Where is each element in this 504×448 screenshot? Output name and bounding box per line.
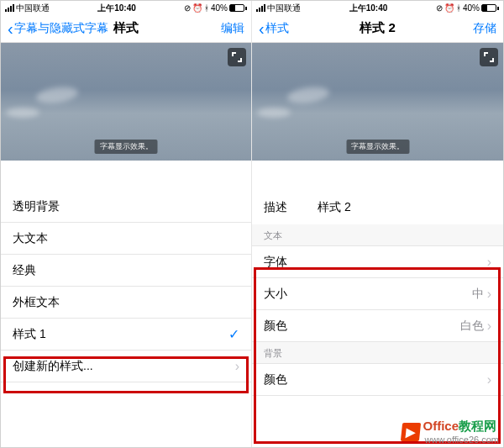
signal-icon bbox=[5, 4, 14, 12]
battery-pct: 40% bbox=[211, 3, 228, 13]
caption-sample-text: 字幕显示效果。 bbox=[346, 140, 409, 154]
nav-title: 样式 bbox=[113, 20, 139, 36]
row-label: 颜色 bbox=[264, 319, 287, 334]
back-button[interactable]: ‹ 样式 bbox=[259, 20, 289, 37]
create-new-style[interactable]: 创建新的样式... › bbox=[1, 350, 251, 382]
back-label: 字幕与隐藏式字幕 bbox=[14, 21, 108, 36]
section-header-text: 文本 bbox=[252, 224, 503, 246]
describe-value[interactable]: 样式 2 bbox=[318, 200, 351, 215]
caption-preview: 字幕显示效果。 bbox=[252, 43, 503, 161]
caption-sample-text: 字幕显示效果。 bbox=[95, 140, 158, 154]
status-time: 上午10:40 bbox=[97, 3, 136, 14]
style-option[interactable]: 外框文本 bbox=[1, 287, 251, 319]
font-row[interactable]: 字体 › bbox=[252, 246, 503, 278]
edit-button[interactable]: 编辑 bbox=[221, 21, 244, 36]
left-screen: 中国联通 上午10:40 ⊘ ⏰ ᚼ 40% ‹ 字幕与隐藏式字幕 样式 编辑 bbox=[1, 1, 252, 447]
row-value: 白色 bbox=[460, 319, 484, 334]
style-label: 大文本 bbox=[13, 231, 48, 246]
chevron-left-icon: ‹ bbox=[8, 20, 13, 37]
style-option[interactable]: 样式 1 ✓ bbox=[1, 319, 251, 350]
style-label: 经典 bbox=[13, 263, 36, 278]
rotation-lock-icon: ⊘ bbox=[436, 3, 443, 13]
back-label: 样式 bbox=[265, 21, 289, 36]
style-label: 透明背景 bbox=[13, 199, 60, 214]
create-new-label: 创建新的样式... bbox=[13, 359, 93, 374]
describe-row[interactable]: 描述 样式 2 bbox=[252, 191, 503, 224]
carrier-label: 中国联通 bbox=[267, 3, 301, 14]
battery-icon bbox=[481, 4, 499, 12]
describe-label: 描述 bbox=[264, 200, 287, 215]
rotation-lock-icon: ⊘ bbox=[184, 3, 191, 13]
section-header-bg: 背景 bbox=[252, 342, 503, 364]
chevron-right-icon: › bbox=[487, 255, 491, 270]
expand-icon bbox=[232, 52, 242, 62]
right-screen: 中国联通 上午10:40 ⊘ ⏰ ᚼ 40% ‹ 样式 样式 2 存储 bbox=[252, 1, 503, 447]
expand-icon bbox=[484, 52, 494, 62]
chevron-right-icon: › bbox=[487, 372, 491, 387]
watermark-brand1: Office bbox=[423, 419, 459, 433]
expand-button[interactable] bbox=[480, 48, 498, 66]
chevron-left-icon: ‹ bbox=[259, 20, 265, 37]
battery-icon bbox=[229, 4, 247, 12]
alarm-icon: ⏰ bbox=[444, 3, 454, 13]
nav-bar: ‹ 字幕与隐藏式字幕 样式 编辑 bbox=[1, 14, 251, 43]
style-list: 透明背景 大文本 经典 外框文本 样式 1 ✓ 创建新的样式... › bbox=[1, 191, 251, 447]
carrier-label: 中国联通 bbox=[16, 3, 50, 14]
style-label: 样式 1 bbox=[13, 327, 46, 342]
office-logo-icon: ▶ bbox=[400, 423, 420, 441]
row-value: 中 bbox=[472, 287, 484, 302]
watermark-brand2: 教程网 bbox=[459, 419, 496, 433]
style-label: 外框文本 bbox=[13, 295, 60, 310]
row-label: 字体 bbox=[264, 255, 287, 270]
row-label: 大小 bbox=[264, 287, 287, 302]
status-bar: 中国联通 上午10:40 ⊘ ⏰ ᚼ 40% bbox=[252, 1, 503, 14]
chevron-right-icon: › bbox=[235, 359, 239, 374]
alarm-icon: ⏰ bbox=[192, 3, 202, 13]
style-option[interactable]: 透明背景 bbox=[1, 191, 251, 223]
expand-button[interactable] bbox=[228, 48, 246, 66]
bluetooth-icon: ᚼ bbox=[204, 3, 209, 13]
color-row[interactable]: 颜色 白色 › bbox=[252, 310, 503, 342]
bluetooth-icon: ᚼ bbox=[456, 3, 461, 13]
checkmark-icon: ✓ bbox=[228, 326, 239, 342]
bg-color-row[interactable]: 颜色 › bbox=[252, 364, 503, 396]
caption-preview: 字幕显示效果。 bbox=[1, 43, 251, 161]
chevron-right-icon: › bbox=[487, 287, 491, 302]
status-time: 上午10:40 bbox=[349, 3, 388, 14]
back-button[interactable]: ‹ 字幕与隐藏式字幕 bbox=[8, 20, 108, 37]
style-option[interactable]: 经典 bbox=[1, 255, 251, 287]
nav-bar: ‹ 样式 样式 2 存储 bbox=[252, 14, 503, 43]
nav-title: 样式 2 bbox=[360, 20, 396, 36]
save-button[interactable]: 存储 bbox=[473, 21, 496, 36]
signal-icon bbox=[256, 4, 265, 12]
chevron-right-icon: › bbox=[487, 319, 491, 334]
row-label: 颜色 bbox=[264, 372, 287, 387]
battery-pct: 40% bbox=[463, 3, 480, 13]
size-row[interactable]: 大小 中 › bbox=[252, 278, 503, 310]
style-option[interactable]: 大文本 bbox=[1, 223, 251, 255]
watermark: ▶ Office教程网 www.office26.com bbox=[402, 419, 499, 445]
status-bar: 中国联通 上午10:40 ⊘ ⏰ ᚼ 40% bbox=[1, 1, 251, 14]
watermark-url: www.office26.com bbox=[425, 435, 499, 445]
